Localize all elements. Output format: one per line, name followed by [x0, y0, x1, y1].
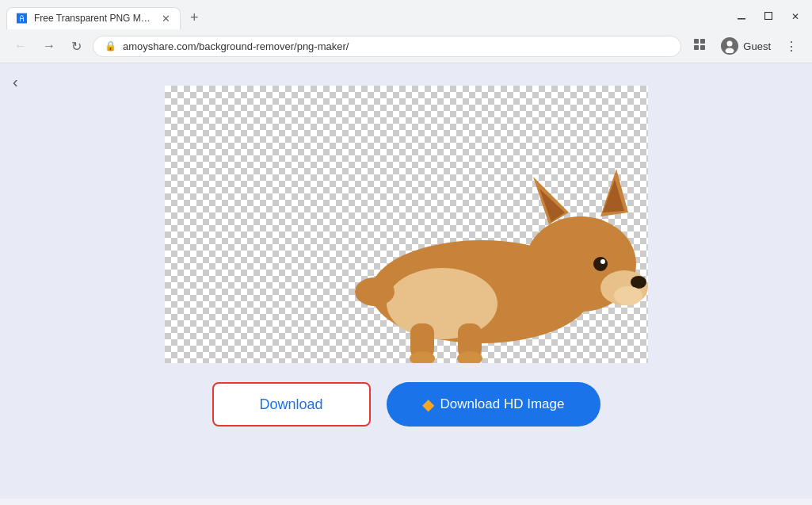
- address-bar[interactable]: 🔒 amoyshare.com/background-remover/png-m…: [93, 36, 681, 57]
- profile-label: Guest: [743, 40, 771, 52]
- buttons-row: Download ◆ Download HD Image: [212, 382, 600, 427]
- forward-button[interactable]: →: [38, 36, 60, 56]
- lock-icon: 🔒: [105, 40, 116, 52]
- svg-point-20: [355, 277, 395, 306]
- tab-close-button[interactable]: ✕: [162, 13, 170, 25]
- svg-point-12: [631, 276, 646, 289]
- browser-right-icons: Guest ⋮: [688, 34, 802, 58]
- url-text: amoyshare.com/background-remover/png-mak…: [123, 40, 349, 52]
- extensions-button[interactable]: [688, 34, 711, 58]
- close-button[interactable]: ✕: [782, 8, 809, 25]
- dog-image: [347, 109, 648, 363]
- svg-rect-3: [700, 39, 705, 44]
- window-controls: ✕: [728, 0, 812, 29]
- address-bar-row: ← → ↻ 🔒 amoyshare.com/background-remover…: [0, 29, 812, 63]
- svg-point-13: [593, 257, 608, 271]
- page-back-button[interactable]: ‹: [13, 73, 18, 91]
- svg-rect-1: [765, 12, 772, 19]
- download-hd-button[interactable]: ◆ Download HD Image: [387, 382, 600, 427]
- svg-rect-5: [700, 45, 705, 50]
- svg-point-14: [600, 259, 605, 264]
- download-hd-label: Download HD Image: [440, 396, 565, 412]
- svg-rect-2: [694, 39, 699, 44]
- new-tab-button[interactable]: +: [184, 6, 205, 29]
- page-content: ‹: [0, 63, 812, 499]
- profile-button[interactable]: Guest: [715, 34, 777, 58]
- minimize-button[interactable]: [728, 8, 755, 25]
- browser-chrome: 🅰 Free Transparent PNG Maker - ✕ + ✕ ← →…: [0, 0, 812, 63]
- svg-point-7: [726, 48, 734, 54]
- refresh-button[interactable]: ↻: [67, 36, 86, 57]
- diamond-icon: ◆: [422, 395, 434, 414]
- tab-favicon: 🅰: [17, 13, 28, 24]
- back-button[interactable]: ←: [10, 36, 32, 56]
- tab-title: Free Transparent PNG Maker -: [34, 13, 155, 24]
- maximize-button[interactable]: [755, 8, 782, 25]
- tab-bar: 🅰 Free Transparent PNG Maker - ✕ + ✕: [0, 0, 812, 29]
- svg-rect-4: [694, 45, 699, 50]
- download-button[interactable]: Download: [212, 382, 371, 427]
- svg-point-6: [727, 41, 733, 47]
- svg-rect-0: [738, 18, 745, 20]
- active-tab[interactable]: 🅰 Free Transparent PNG Maker - ✕: [6, 7, 181, 29]
- svg-point-15: [614, 286, 642, 305]
- profile-avatar: [721, 37, 738, 55]
- image-container: [165, 86, 648, 363]
- menu-button[interactable]: ⋮: [780, 36, 802, 57]
- svg-point-9: [387, 268, 497, 339]
